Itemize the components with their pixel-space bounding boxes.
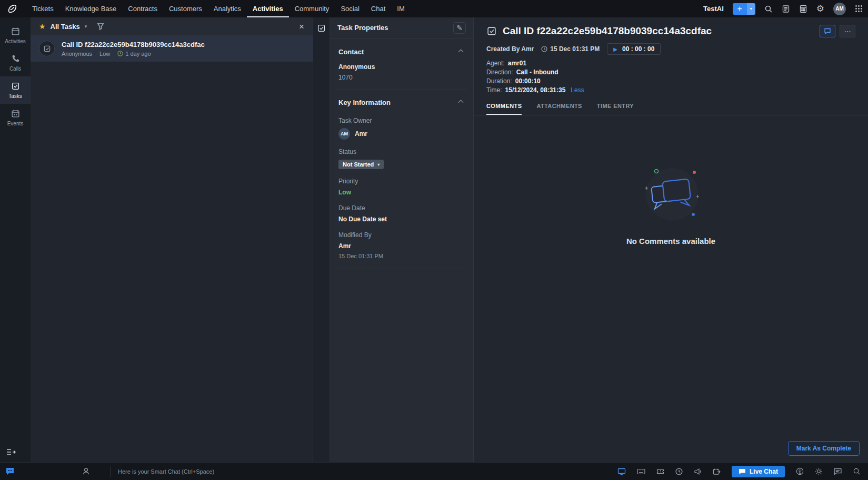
zoho-desk-logo-icon[interactable] <box>5 3 19 15</box>
user-icon[interactable] <box>82 467 90 475</box>
task-list-panel: ★ All Tasks ▾ × Call ID f22a22c2e59b4178… <box>31 17 313 462</box>
owner-name: Amr <box>355 130 367 138</box>
page-title: Call ID f22a22c2e59b4178b9039cc14a3cdfac <box>503 25 712 37</box>
clock-icon <box>117 51 123 56</box>
sidebar-item-calls[interactable]: Calls <box>0 49 31 76</box>
detail-tabs: COMMENTS ATTACHMENTS TIME ENTRY <box>474 95 868 115</box>
apps-grid-icon[interactable] <box>855 5 863 13</box>
collapse-section-icon[interactable] <box>458 100 464 105</box>
field-status: Status Not Started ▾ <box>338 148 465 169</box>
due-date-value: No Due Date set <box>338 215 465 223</box>
field-modified-by: Modified By Amr 15 Dec 01:31 PM <box>338 231 465 259</box>
tab-attachments[interactable]: ATTACHMENTS <box>536 103 582 115</box>
zoom-search-icon[interactable] <box>853 467 861 475</box>
status-value: Not Started <box>343 161 374 168</box>
section-title-key-information: Key Information <box>338 99 391 106</box>
plus-icon[interactable]: + <box>733 3 747 15</box>
nav-im[interactable]: IM <box>391 0 410 17</box>
filter-icon[interactable] <box>97 23 104 30</box>
mark-as-complete-button[interactable]: Mark As Complete <box>788 441 860 456</box>
properties-body: Contact Anonymous 1070 Key Information T… <box>330 38 473 462</box>
nav-activities[interactable]: Activities <box>247 0 289 17</box>
empty-comments-illustration <box>629 164 713 227</box>
divider <box>110 466 111 477</box>
history-clock-icon[interactable] <box>675 468 683 475</box>
sidebar-item-events[interactable]: Events <box>0 104 31 131</box>
collapse-section-icon[interactable] <box>458 50 464 55</box>
task-age: 1 day ago <box>117 51 151 57</box>
account-name: TestAI <box>703 5 724 13</box>
nav-community[interactable]: Community <box>289 0 335 17</box>
modified-time: 15 Dec 01:31 PM <box>338 253 465 259</box>
feeds-icon[interactable] <box>782 5 790 13</box>
properties-icon-strip <box>313 17 330 462</box>
nav-contracts[interactable]: Contracts <box>122 0 163 17</box>
phone-icon <box>11 54 20 63</box>
announcement-icon[interactable] <box>694 468 702 475</box>
brightness-icon[interactable] <box>815 467 823 475</box>
accessibility-icon[interactable] <box>796 467 804 475</box>
settings-gear-icon[interactable]: ⚙ <box>816 4 824 13</box>
call-fields: Agent: amr01 Direction: Call - Inbound D… <box>486 59 855 95</box>
task-priority: Low <box>99 51 110 57</box>
smart-chat-input[interactable] <box>118 468 617 475</box>
task-properties-tab-icon[interactable] <box>317 24 326 34</box>
chat-icon <box>739 468 746 475</box>
ticket-icon[interactable] <box>656 468 664 475</box>
user-avatar[interactable]: AM <box>833 3 846 15</box>
module-sidebar: Activities Calls Tasks Events <box>0 17 31 462</box>
field-due-date: Due Date No Due Date set <box>338 204 465 223</box>
calendar-export-icon[interactable] <box>713 468 721 475</box>
task-title: Call ID f22a22c2e59b4178b9039cc14a3cdfac <box>62 41 205 48</box>
events-icon <box>11 109 20 118</box>
search-icon[interactable] <box>764 5 773 13</box>
status-dropdown[interactable]: Not Started ▾ <box>338 160 384 169</box>
task-list-header: ★ All Tasks ▾ × <box>31 17 313 35</box>
nav-customers[interactable]: Customers <box>163 0 208 17</box>
close-panel-icon[interactable]: × <box>299 22 304 31</box>
key-information-section: Key Information Task Owner AM Amr Status… <box>336 90 467 268</box>
tab-time-entry[interactable]: TIME ENTRY <box>597 103 634 115</box>
tab-comments[interactable]: COMMENTS <box>486 103 522 115</box>
view-selector[interactable]: All Tasks <box>51 23 80 31</box>
keyboard-icon[interactable] <box>637 468 645 475</box>
due-date-label: Due Date <box>338 204 465 212</box>
task-list-item[interactable]: Call ID f22a22c2e59b4178b9039cc14a3cdfac… <box>31 35 313 62</box>
smart-chat-icon[interactable] <box>5 467 15 476</box>
topbar-right-cluster: TestAI + ▾ ⚙ AM <box>703 3 863 15</box>
task-age-text: 1 day ago <box>125 51 151 57</box>
feedback-chat-icon[interactable] <box>834 468 842 475</box>
chevron-down-icon: ▾ <box>85 24 87 29</box>
nav-knowledge-base[interactable]: Knowledge Base <box>59 0 123 17</box>
play-timer-icon[interactable]: ▶ <box>613 46 617 52</box>
status-label: Status <box>338 148 465 155</box>
priority-label: Priority <box>338 178 465 185</box>
panel-title: Task Properties <box>337 24 388 32</box>
contact-name[interactable]: Anonymous <box>338 63 465 71</box>
dialpad-icon[interactable] <box>799 5 807 13</box>
field-value: amr01 <box>508 59 526 68</box>
nav-social[interactable]: Social <box>335 0 365 17</box>
top-navigation-bar: Tickets Knowledge Base Contracts Custome… <box>0 0 868 17</box>
sidebar-item-activities[interactable]: Activities <box>0 22 31 49</box>
more-actions-button[interactable]: ⋯ <box>840 25 855 37</box>
edit-properties-icon[interactable]: ✎ <box>453 22 466 34</box>
expand-sidebar-icon[interactable] <box>0 443 31 462</box>
timer-value: 00 : 00 : 00 <box>622 45 654 53</box>
show-less-link[interactable]: Less <box>571 86 584 95</box>
clock-icon <box>541 46 547 52</box>
nav-analytics[interactable]: Analytics <box>208 0 247 17</box>
detail-header: Call ID f22a22c2e59b4178b9039cc14a3cdfac… <box>474 17 868 95</box>
task-contact: Anonymous <box>62 51 92 57</box>
chevron-down-icon[interactable]: ▾ <box>747 3 755 15</box>
favorite-star-icon[interactable]: ★ <box>39 22 46 31</box>
add-comment-button[interactable] <box>820 25 835 37</box>
screen-share-icon[interactable] <box>617 468 626 475</box>
quick-add-button[interactable]: + ▾ <box>733 3 755 15</box>
nav-tickets[interactable]: Tickets <box>26 0 59 17</box>
field-task-owner: Task Owner AM Amr <box>338 117 465 140</box>
nav-chat[interactable]: Chat <box>365 0 391 17</box>
sidebar-item-tasks[interactable]: Tasks <box>0 76 31 104</box>
live-chat-button[interactable]: Live Chat <box>732 466 785 477</box>
activities-icon <box>11 27 20 36</box>
